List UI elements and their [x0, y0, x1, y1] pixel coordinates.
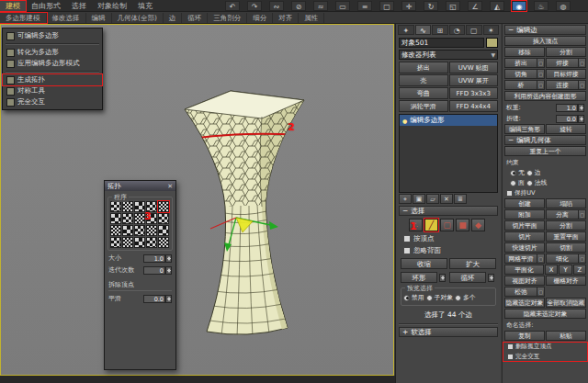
collapse-button[interactable]: 塌陷: [546, 198, 586, 208]
connect-button[interactable]: 连接: [546, 80, 579, 90]
border-icon[interactable]: ▢: [440, 219, 454, 231]
topology-pattern-swatch[interactable]: [158, 237, 169, 248]
chamfer-settings-icon[interactable]: □: [537, 69, 545, 79]
quick-slice-button[interactable]: 快速切片: [504, 242, 545, 253]
mirror-icon[interactable]: ◭: [490, 1, 504, 11]
reset-plane-button[interactable]: 重置平面: [546, 231, 586, 242]
topology-pattern-swatch[interactable]: [158, 225, 169, 236]
motion-tab-icon[interactable]: ◔: [449, 25, 466, 35]
modifier-list-dropdown[interactable]: 修改器列表 ▼: [399, 50, 498, 60]
msmooth-button[interactable]: 网格平滑: [504, 253, 537, 264]
menu-item-generate-topology[interactable]: 生成拓扑: [3, 74, 102, 85]
polygon-icon[interactable]: ■: [456, 219, 469, 231]
detach-settings-icon[interactable]: □: [579, 209, 586, 220]
weight-spinner[interactable]: [578, 104, 584, 112]
repeat-last-button[interactable]: 重复上一个: [504, 146, 586, 156]
bind-spacewarp-icon[interactable]: ≈: [313, 1, 328, 11]
topology-pattern-swatch[interactable]: [122, 213, 133, 224]
ribbon-panel[interactable]: 编辑: [86, 13, 112, 23]
create-button[interactable]: 创建: [504, 198, 545, 208]
ribbon-panel[interactable]: 三角剖分: [208, 13, 247, 23]
full-interactivity-checkbox[interactable]: 完全交互: [507, 353, 583, 361]
topology-pattern-swatch[interactable]: [110, 213, 121, 224]
element-icon[interactable]: ◆: [471, 219, 485, 231]
topology-pattern-swatch[interactable]: [110, 201, 121, 212]
shrink-button[interactable]: 收缩: [401, 258, 447, 269]
ribbon-panel[interactable]: 属性: [299, 13, 324, 23]
material-editor-icon[interactable]: ◉: [512, 1, 526, 11]
create-tab-icon[interactable]: ✦: [398, 25, 414, 35]
ribbon-tab[interactable]: 选择: [66, 1, 92, 11]
remove-button[interactable]: 移除: [504, 47, 545, 57]
edit-edges-rollout-header[interactable]: − 编辑边: [504, 25, 586, 35]
preserve-uv-checkbox[interactable]: 保持UV: [506, 189, 584, 197]
topology-pattern-swatch[interactable]: [146, 225, 157, 236]
ribbon-panel[interactable]: 多边形建模: [0, 13, 47, 23]
planar-z-button[interactable]: Z: [573, 265, 586, 275]
topology-pattern-swatch[interactable]: [134, 225, 145, 236]
connect-settings-icon[interactable]: □: [579, 80, 586, 90]
split-toggle-button[interactable]: 分割: [546, 220, 586, 231]
relax-settings-icon[interactable]: □: [537, 287, 545, 297]
snap-toggle-icon[interactable]: ∠: [468, 1, 482, 11]
configure-modifier-sets-icon[interactable]: ≣: [454, 194, 467, 204]
ring-spinner[interactable]: [439, 274, 446, 282]
remove-modifier-icon[interactable]: ✕: [440, 194, 453, 204]
constraint-edge-radio[interactable]: [526, 170, 533, 176]
tessellate-settings-icon[interactable]: □: [579, 253, 586, 264]
create-shape-button[interactable]: 利用所选内容创建图形: [504, 91, 586, 101]
constraint-normal-radio[interactable]: [526, 180, 533, 186]
topology-pattern-swatch[interactable]: [122, 201, 133, 212]
object-color-swatch[interactable]: [486, 38, 498, 48]
modifier-button[interactable]: 壳: [399, 74, 448, 86]
size-spinner[interactable]: [165, 254, 172, 263]
weld-button[interactable]: 焊接: [546, 58, 579, 68]
modifier-button[interactable]: FFD 4x4x4: [449, 100, 499, 112]
crease-spinner[interactable]: [578, 115, 584, 123]
modifier-stack[interactable]: ● 编辑多边形: [399, 114, 498, 193]
render-setup-icon[interactable]: ♨: [534, 1, 548, 11]
delete-isolated-checkbox[interactable]: 删除孤立顶点: [507, 343, 583, 351]
select-by-name-icon[interactable]: ≡: [357, 1, 372, 11]
insert-vertex-button[interactable]: 插入顶点: [504, 36, 586, 46]
selection-region-icon[interactable]: ▢: [379, 1, 394, 11]
bridge-settings-icon[interactable]: □: [537, 80, 545, 90]
redo-icon[interactable]: ↷: [247, 1, 262, 11]
topology-pattern-swatch[interactable]: [110, 225, 121, 236]
ribbon-panel[interactable]: 边: [164, 13, 183, 23]
target-weld-button[interactable]: 目标焊接: [546, 69, 586, 79]
preview-multiple-radio[interactable]: [455, 295, 461, 301]
modifier-button[interactable]: UVW 展开: [449, 74, 499, 86]
copy-button[interactable]: 复制: [504, 331, 545, 341]
ribbon-panel[interactable]: 细分: [247, 13, 273, 23]
constraint-face-radio[interactable]: [510, 180, 516, 186]
edit-triangulation-button[interactable]: 编辑三角形: [504, 124, 545, 134]
ring-button[interactable]: 环形: [401, 272, 437, 283]
iterations-field[interactable]: 0: [143, 266, 165, 275]
size-field[interactable]: 1.0: [143, 254, 165, 263]
pin-stack-icon[interactable]: ⌖: [399, 194, 412, 204]
ribbon-panel[interactable]: 修改选择: [47, 13, 86, 23]
object-name-field[interactable]: 对象501: [399, 38, 484, 48]
split-button[interactable]: 分割: [546, 47, 586, 57]
planar-x-button[interactable]: X: [545, 265, 558, 275]
iterations-spinner[interactable]: [165, 266, 172, 275]
modifier-button[interactable]: 涡轮平滑: [399, 100, 448, 112]
extrude-button[interactable]: 挤出: [504, 58, 537, 68]
ribbon-tab[interactable]: 对象绘制: [92, 1, 132, 11]
ribbon-tab[interactable]: 自由形式: [26, 1, 66, 11]
select-scale-icon[interactable]: ◱: [446, 1, 460, 11]
show-end-result-icon[interactable]: ▣: [413, 194, 425, 204]
crease-field[interactable]: 0.0: [556, 115, 578, 123]
select-object-icon[interactable]: ▭: [335, 1, 350, 11]
select-link-icon[interactable]: ∾: [269, 1, 284, 11]
ribbon-panel[interactable]: 几何体(全部): [112, 13, 164, 23]
grid-align-button[interactable]: 栅格对齐: [546, 276, 586, 286]
select-rotate-icon[interactable]: ↻: [424, 1, 438, 11]
tessellate-button[interactable]: 细化: [546, 253, 579, 264]
modifier-button[interactable]: FFD 3x3x3: [449, 87, 499, 99]
smooth-field[interactable]: 0.0: [143, 295, 165, 303]
modifier-button[interactable]: 弯曲: [399, 87, 448, 99]
make-unique-icon[interactable]: ▱: [426, 194, 439, 204]
smooth-spinner[interactable]: [165, 295, 172, 303]
